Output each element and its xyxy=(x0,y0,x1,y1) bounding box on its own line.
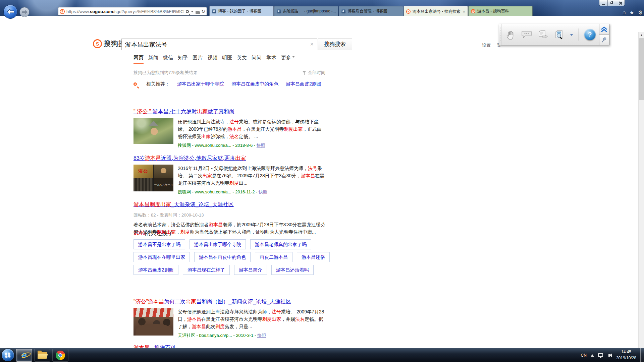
browser-tab[interactable]: 博客 - 我的园子 - 博客园 xyxy=(209,6,274,16)
refresh-icon[interactable]: ↻ xyxy=(201,9,205,14)
system-tray: CN 14:45 2019/10/28 xyxy=(581,349,639,361)
result-title[interactable]: 游本昌剃度出家_天涯杂谈_论坛_天涯社区 xyxy=(133,201,234,208)
nav-tab-明医[interactable]: 明医 xyxy=(222,55,232,64)
minimize-button[interactable] xyxy=(599,0,608,6)
nav-tab-学术[interactable]: 学术 xyxy=(266,55,276,64)
related-link[interactable]: 游本昌在画皮中的角色 xyxy=(231,81,278,87)
start-button[interactable] xyxy=(2,349,14,361)
taskbar-chrome-button[interactable] xyxy=(52,349,68,362)
result-meta: 回帖数：82 - 发表时间：2009-10-13 xyxy=(133,212,325,218)
browser-tab[interactable]: 博客后台管理 - 博客园 xyxy=(339,6,403,16)
hand-tool-icon[interactable] xyxy=(505,28,516,41)
help-icon[interactable]: ? xyxy=(584,29,596,40)
nav-tab-图片[interactable]: 图片 xyxy=(193,55,203,64)
forward-button[interactable] xyxy=(19,7,30,17)
tools-gear-icon[interactable]: ⚙ xyxy=(638,9,643,16)
result-cite: 天涯社区 - bbs.tianya.cn/p... - 2010-3-1 - 快… xyxy=(178,333,325,339)
also-searched-button[interactable]: 游本昌在画皮中的角色 xyxy=(194,252,251,262)
back-button[interactable] xyxy=(3,5,17,19)
browser-tab[interactable]: S游本昌出家法号 - 搜狗搜索× xyxy=(404,6,468,16)
tab-title: 游本昌出家法号 - 搜狗搜索 xyxy=(413,9,461,14)
cached-page-link[interactable]: 快照 xyxy=(257,143,265,148)
clock-date: 2019/10/28 xyxy=(616,356,636,360)
also-searched-button[interactable]: 游本昌不是出家了吗 xyxy=(133,239,185,249)
taskbar-clock[interactable]: 14:45 2019/10/28 xyxy=(616,349,636,361)
collapse-toolbar-button[interactable] xyxy=(599,24,609,35)
language-indicator[interactable]: CN xyxy=(581,353,587,358)
nav-tab-更多[interactable]: 更多 xyxy=(281,55,295,64)
related-label: 相关推荐： xyxy=(146,81,170,87)
preview-dropdown-icon[interactable] xyxy=(570,34,573,38)
also-searched-button[interactable]: 画皮二游本昌 xyxy=(255,252,292,262)
also-searched-button[interactable]: 游本昌现在在哪里出家 xyxy=(133,252,190,262)
nav-tab-视频[interactable]: 视频 xyxy=(207,55,217,64)
nav-tab-网页[interactable]: 网页 xyxy=(133,55,144,64)
search-icon[interactable] xyxy=(186,10,189,13)
search-result: "济公"游本昌为何二次出家当和尚（图）_新闻众评_论坛_天涯社区父母便把他送到上… xyxy=(133,298,325,339)
nav-tab-问问[interactable]: 问问 xyxy=(252,55,262,64)
vertical-scrollbar[interactable]: ▲ ▼ xyxy=(638,32,644,362)
search-dropdown-icon[interactable] xyxy=(191,11,194,14)
search-button[interactable]: 搜狗搜索 xyxy=(318,39,352,50)
also-searched-button[interactable]: 游本昌还俗 xyxy=(297,252,330,262)
related-recommendations: 相关推荐： 游本昌出家于哪个寺院游本昌在画皮中的角色游本昌画皮2剧照 xyxy=(133,81,321,87)
result-title[interactable]: "济公"游本昌为何二次出家当和尚（图）_新闻众评_论坛_天涯社区 xyxy=(133,298,291,305)
restore-button[interactable] xyxy=(608,0,616,6)
also-searched-row: 游本昌画皮2剧照游本昌现在怎样了游本昌简介游本昌还活着吗 xyxy=(133,265,314,275)
url-text[interactable]: https://www.sogou.com/sgo?query=%E6%B8%B… xyxy=(66,9,184,14)
close-button[interactable] xyxy=(616,0,625,6)
close-tab-icon[interactable]: × xyxy=(463,9,465,14)
settings-link[interactable]: 设置 xyxy=(482,42,491,48)
hidden-icons-arrow[interactable] xyxy=(591,353,594,357)
time-filter[interactable]: 全部时间 xyxy=(302,70,325,76)
also-searched-button[interactable]: 游本昌出家于哪个寺院 xyxy=(190,239,246,249)
show-desktop-button[interactable] xyxy=(640,348,644,362)
export-document-icon[interactable] xyxy=(537,28,548,41)
tab-title: 游本昌 - 搜狗百科 xyxy=(477,8,530,14)
clear-search-icon[interactable]: × xyxy=(307,41,317,48)
restore-icon xyxy=(610,2,613,4)
favorites-star-icon[interactable]: ★ xyxy=(629,9,634,16)
result-thumbnail[interactable]: 济公一九八八年一月 xyxy=(133,165,173,191)
search-input[interactable] xyxy=(122,41,307,48)
also-searched-button[interactable]: 游本昌画皮2剧照 xyxy=(133,265,178,275)
search-result: " 济公 " 游本昌,七十六岁时出家做了真和尚便把他送到上海法藏寺，法号乘培。或… xyxy=(133,108,325,148)
scrollbar-thumb[interactable] xyxy=(639,38,644,100)
comment-icon[interactable] xyxy=(521,28,532,41)
also-searched-button[interactable]: 游本昌还活着吗 xyxy=(271,265,314,275)
result-thumbnail[interactable] xyxy=(133,308,173,336)
browser-tab[interactable]: S游本昌 - 搜狗百科 xyxy=(468,6,533,16)
also-searched-button[interactable]: 游本昌现在怎样了 xyxy=(183,265,230,275)
nav-tab-知乎[interactable]: 知乎 xyxy=(178,55,188,64)
chrome-icon xyxy=(56,351,65,360)
nav-tab-微信[interactable]: 微信 xyxy=(163,55,173,64)
browser-chrome: S https://www.sogou.com/sgo?query=%E6%B8… xyxy=(0,0,644,16)
network-icon[interactable] xyxy=(598,353,603,357)
pin-toolbar-button[interactable] xyxy=(599,35,609,45)
page-body: S 搜狗搜索 × 搜狗搜索 设置 登 网页新闻微信知乎图片视频明医英文问问学术更… xyxy=(0,16,644,348)
result-thumbnail[interactable] xyxy=(133,118,173,144)
also-searched-button[interactable]: 游本昌老师真的出家了吗 xyxy=(250,239,311,249)
cached-page-link[interactable]: 快照 xyxy=(259,189,267,194)
volume-icon[interactable] xyxy=(607,353,612,357)
result-title[interactable]: " 济公 " 游本昌,七十六岁时出家做了真和尚 xyxy=(133,108,234,115)
taskbar-explorer-button[interactable] xyxy=(34,349,50,362)
cached-page-link[interactable]: 快照 xyxy=(257,333,266,338)
result-title[interactable]: 83岁游本昌近照,为演济公,他散尽家财,两度出家 xyxy=(133,155,246,162)
related-link[interactable]: 游本昌画皮2剧照 xyxy=(286,81,321,87)
browser-tab[interactable]: 实验报告一 - gaojianppsuc -... xyxy=(274,6,338,16)
preview-search-icon[interactable] xyxy=(553,28,565,41)
nav-tab-英文[interactable]: 英文 xyxy=(237,55,247,64)
home-icon[interactable]: ⌂ xyxy=(623,9,626,16)
minimize-icon xyxy=(602,4,605,5)
result-snippet: 父母便把他送到上海法藏寺拜兴慈法师为师，法号乘培。 2009年7月28日，游本昌… xyxy=(178,308,325,330)
also-searched-button[interactable]: 游本昌简介 xyxy=(234,265,267,275)
related-link[interactable]: 游本昌出家于哪个寺院 xyxy=(177,81,224,87)
nav-tab-新闻[interactable]: 新闻 xyxy=(148,55,158,64)
scroll-up-icon[interactable]: ▲ xyxy=(639,32,644,38)
also-searched-row: 游本昌不是出家了吗游本昌出家于哪个寺院游本昌老师真的出家了吗 xyxy=(133,239,311,249)
cnblogs-favicon xyxy=(341,9,345,13)
close-icon xyxy=(619,1,622,5)
address-bar[interactable]: S https://www.sogou.com/sgo?query=%E6%B8… xyxy=(58,7,207,16)
taskbar-ie-button[interactable]: e xyxy=(16,349,32,362)
